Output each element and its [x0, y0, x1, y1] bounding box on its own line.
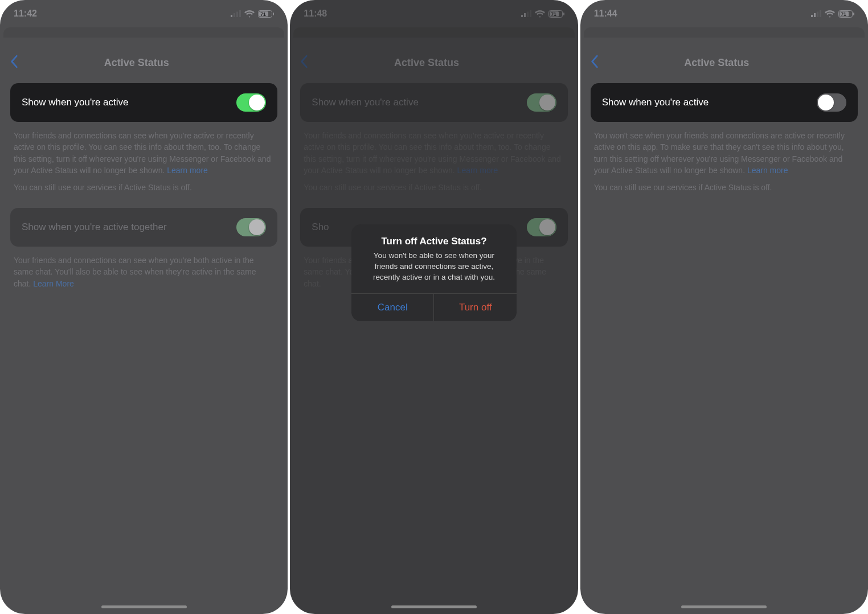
show-active-row[interactable]: Show when you're active: [591, 83, 858, 122]
back-icon[interactable]: [591, 55, 599, 71]
learn-more-link[interactable]: Learn more: [167, 166, 208, 175]
status-bar: 11:42 71: [0, 0, 288, 27]
svg-rect-18: [817, 12, 818, 18]
back-icon[interactable]: [10, 55, 18, 71]
svg-rect-0: [231, 15, 232, 17]
status-icons: 71: [811, 10, 854, 18]
wifi-icon: [825, 10, 835, 18]
svg-rect-17: [814, 13, 816, 17]
svg-text:71: 71: [261, 11, 267, 17]
svg-rect-22: [853, 13, 854, 15]
cancel-button[interactable]: Cancel: [351, 294, 435, 321]
show-active-toggle[interactable]: [817, 93, 846, 112]
battery-icon: 71: [838, 10, 854, 18]
svg-rect-2: [236, 12, 238, 18]
cellular-icon: [811, 10, 821, 17]
show-active-desc: You won't see when your friends and conn…: [591, 122, 858, 181]
page-title: Active Status: [6, 57, 267, 69]
home-indicator[interactable]: [681, 605, 767, 608]
show-active-desc: Your friends and connections can see whe…: [10, 122, 277, 181]
status-time: 11:44: [594, 9, 617, 19]
learn-more-link[interactable]: Learn more: [747, 166, 788, 175]
dialog-title: Turn off Active Status?: [363, 236, 505, 247]
turn-off-button[interactable]: Turn off: [434, 294, 517, 321]
nav-bar: Active Status: [580, 48, 868, 77]
show-active-toggle[interactable]: [236, 93, 266, 112]
show-active-row[interactable]: Show when you're active: [10, 83, 277, 122]
screen-active-status-off: 11:44 71 Active Status Show when you're …: [580, 0, 868, 614]
svg-text:71: 71: [841, 11, 846, 17]
status-bar: 11:44 71: [580, 0, 868, 27]
screen-confirm-dialog: 11:48 71 Active Status Show when you're …: [290, 0, 578, 614]
learn-more-link-2[interactable]: Learn More: [33, 279, 74, 288]
nav-bar: Active Status: [0, 48, 288, 77]
page-title: Active Status: [586, 57, 847, 69]
show-active-label: Show when you're active: [602, 97, 709, 108]
home-indicator[interactable]: [101, 605, 187, 608]
svg-rect-6: [273, 13, 274, 15]
battery-icon: 71: [258, 10, 274, 18]
screen-active-status-on: 11:42 71 Active Status Show when you're …: [0, 0, 288, 614]
modal-scrim[interactable]: Turn off Active Status? You won't be abl…: [290, 0, 578, 614]
show-active-together-toggle[interactable]: [236, 218, 266, 236]
dialog-message: You won't be able to see when your frien…: [363, 251, 505, 283]
turn-off-dialog: Turn off Active Status? You won't be abl…: [351, 224, 517, 321]
status-icons: 71: [231, 10, 274, 18]
wifi-icon: [244, 10, 255, 18]
services-note: You can still use our services if Active…: [10, 181, 277, 208]
show-active-label: Show when you're active: [22, 97, 129, 108]
status-time: 11:42: [14, 9, 37, 19]
home-indicator[interactable]: [391, 605, 477, 608]
svg-rect-3: [239, 10, 241, 17]
svg-rect-16: [811, 15, 813, 17]
svg-rect-19: [820, 10, 821, 17]
cellular-icon: [231, 10, 241, 17]
svg-rect-1: [234, 13, 235, 17]
show-active-together-desc: Your friends and connections can see whe…: [10, 247, 277, 294]
services-note: You can still use our services if Active…: [591, 181, 858, 208]
show-active-together-row[interactable]: Show when you're active together: [10, 208, 277, 247]
show-active-together-label: Show when you're active together: [22, 222, 167, 233]
